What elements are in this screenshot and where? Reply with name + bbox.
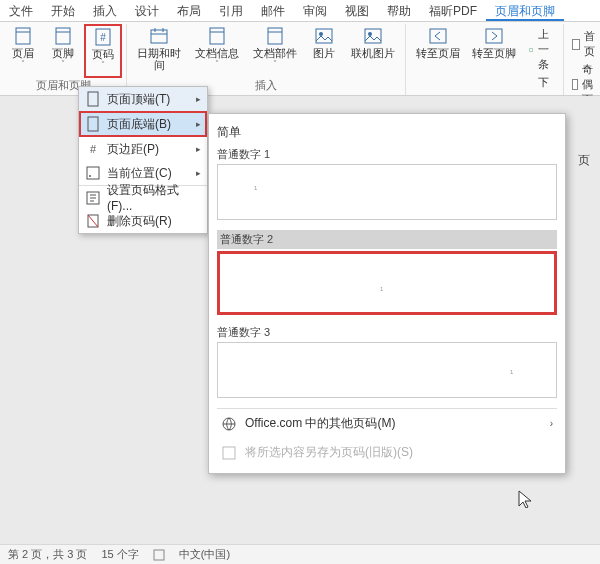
checkbox-icon	[572, 39, 580, 50]
gallery-label: 普通数字 2	[217, 230, 557, 249]
chevron-right-icon: ▸	[196, 119, 201, 129]
ribbon-group-insert: 日期和时间文档信息˅文档部件˅图片联机图片 插入	[127, 24, 406, 95]
status-page[interactable]: 第 2 页，共 3 页	[8, 547, 87, 562]
chevron-down-icon: ˅	[61, 60, 65, 69]
tab-2[interactable]: 插入	[84, 0, 126, 21]
more-from-office[interactable]: Office.com 中的其他页码(M) ›	[217, 409, 557, 438]
more-label: Office.com 中的其他页码(M)	[245, 415, 395, 432]
menu-item-页边距(P)[interactable]: #页边距(P)▸	[79, 137, 207, 161]
ribbon-btn-页眉[interactable]: 页眉˅	[4, 24, 42, 78]
tab-6[interactable]: 邮件	[252, 0, 294, 21]
ribbon-group-options: 首页奇偶页显示文 选	[564, 24, 600, 95]
tab-1[interactable]: 开始	[42, 0, 84, 21]
group-label: 插入	[255, 78, 277, 95]
menu-item-删除页码(R)[interactable]: 删除页码(R)	[79, 209, 207, 233]
svg-rect-0	[16, 28, 30, 44]
ribbon-btn-转至页脚[interactable]: 转至页脚	[466, 24, 522, 78]
tab-8[interactable]: 视图	[336, 0, 378, 21]
svg-rect-19	[486, 29, 502, 43]
svg-rect-18	[430, 29, 446, 43]
tab-9[interactable]: 帮助	[378, 0, 420, 21]
chk-首页[interactable]: 首页	[572, 28, 598, 60]
ribbon-btn-页码[interactable]: #页码˅	[84, 24, 122, 78]
chevron-right-icon: ›	[550, 418, 553, 429]
svg-text:#: #	[100, 32, 106, 43]
page-edge-label: 页	[578, 152, 596, 170]
ribbon-btn-转至页眉[interactable]: 转至页眉	[410, 24, 466, 78]
svg-rect-21	[88, 117, 98, 131]
svg-rect-29	[154, 550, 164, 560]
chevron-right-icon: ▸	[196, 94, 201, 104]
svg-rect-2	[56, 28, 70, 44]
ribbon-btn-文档部件[interactable]: 文档部件˅	[247, 24, 303, 78]
svg-point-24	[89, 175, 91, 177]
cursor-icon	[518, 490, 532, 508]
gallery-header: 简单	[217, 124, 557, 141]
ribbon-group-nav: 转至页眉转至页脚 上一条下一条链接到前一节 导航	[406, 24, 564, 95]
tab-7[interactable]: 审阅	[294, 0, 336, 21]
menu-item-页面底端(B)[interactable]: 页面底端(B)▸	[79, 111, 207, 137]
save-icon	[221, 445, 237, 461]
checkbox-icon	[572, 79, 578, 90]
tab-10[interactable]: 福昕PDF	[420, 0, 486, 21]
ribbon-btn-联机图片[interactable]: 联机图片	[345, 24, 401, 78]
gallery-item-普通数字 3[interactable]: 1	[217, 342, 557, 398]
svg-rect-16	[365, 29, 381, 43]
tab-5[interactable]: 引用	[210, 0, 252, 21]
svg-text:#: #	[90, 143, 97, 155]
svg-rect-12	[268, 28, 282, 44]
save-selection: 将所选内容另存为页码(旧版)(S)	[217, 438, 557, 467]
chevron-down-icon: ˅	[273, 60, 277, 69]
svg-rect-6	[151, 30, 167, 43]
ribbon-tabs: 文件开始插入设计布局引用邮件审阅视图帮助福昕PDF页眉和页脚	[0, 0, 600, 22]
page-number-menu: 页面顶端(T)▸页面底端(B)▸#页边距(P)▸当前位置(C)▸设置页码格式(F…	[78, 86, 208, 234]
ribbon-btn-日期和时间[interactable]: 日期和时间	[131, 24, 187, 78]
svg-rect-10	[210, 28, 224, 44]
gallery-item-普通数字 2[interactable]: 1	[217, 251, 557, 315]
tab-11[interactable]: 页眉和页脚	[486, 0, 564, 21]
page-number-bottom-gallery: 简单 普通数字 11普通数字 21普通数字 31 Office.com 中的其他…	[208, 113, 566, 474]
tab-4[interactable]: 布局	[168, 0, 210, 21]
gallery-label: 普通数字 1	[217, 147, 557, 162]
menu-item-设置页码格式(F)...[interactable]: 设置页码格式(F)...	[79, 185, 207, 209]
svg-rect-20	[88, 92, 98, 106]
menu-item-页面顶端(T)[interactable]: 页面顶端(T)▸	[79, 87, 207, 111]
chevron-right-icon: ▸	[196, 168, 201, 178]
ribbon: 页眉˅页脚˅#页码˅ 页眉和页脚 日期和时间文档信息˅文档部件˅图片联机图片 插…	[0, 22, 600, 96]
tab-3[interactable]: 设计	[126, 0, 168, 21]
tab-0[interactable]: 文件	[0, 0, 42, 21]
gallery-item-普通数字 1[interactable]: 1	[217, 164, 557, 220]
gallery-label: 普通数字 3	[217, 325, 557, 340]
status-bar: 第 2 页，共 3 页 15 个字 中文(中国)	[0, 544, 600, 564]
spellcheck-icon[interactable]	[153, 549, 165, 561]
ribbon-btn-图片[interactable]: 图片	[305, 24, 343, 78]
ribbon-group-header-footer: 页眉˅页脚˅#页码˅ 页眉和页脚	[0, 24, 127, 95]
svg-rect-28	[223, 447, 235, 459]
globe-icon	[221, 416, 237, 432]
chevron-down-icon: ˅	[21, 60, 25, 69]
status-words[interactable]: 15 个字	[101, 547, 138, 562]
chevron-down-icon: ˅	[101, 61, 105, 70]
save-label: 将所选内容另存为页码(旧版)(S)	[245, 444, 413, 461]
status-lang[interactable]: 中文(中国)	[179, 547, 230, 562]
svg-rect-23	[87, 167, 99, 179]
chevron-right-icon: ▸	[196, 144, 201, 154]
nav-上一条[interactable]: 上一条	[528, 26, 555, 73]
svg-rect-14	[316, 29, 332, 43]
chevron-down-icon: ˅	[215, 60, 219, 69]
ribbon-btn-文档信息[interactable]: 文档信息˅	[189, 24, 245, 78]
ribbon-btn-页脚[interactable]: 页脚˅	[44, 24, 82, 78]
